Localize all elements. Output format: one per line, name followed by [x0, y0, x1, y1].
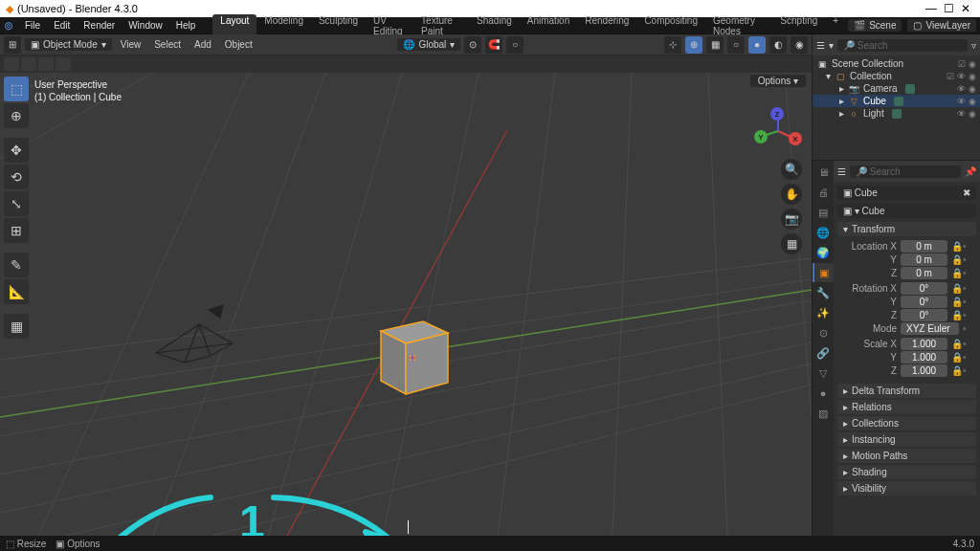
- section-visibility[interactable]: ▸Visibility: [837, 481, 976, 496]
- outliner-collection[interactable]: ▾ ▢ Collection ☑👁◉: [813, 70, 980, 82]
- rotation-mode[interactable]: XYZ Euler: [901, 322, 959, 335]
- outliner-item-cube[interactable]: ▸ ▽ Cube 👁◉: [813, 95, 980, 107]
- tool-add-cube[interactable]: ▦: [4, 314, 29, 339]
- gizmo-toggle-icon[interactable]: ⊹: [664, 36, 681, 54]
- proportional-icon[interactable]: ○: [506, 36, 523, 54]
- menu-edit[interactable]: Edit: [48, 20, 76, 31]
- proptab-object[interactable]: ▣: [813, 263, 834, 282]
- tool-measure[interactable]: 📐: [4, 279, 29, 304]
- menu-help[interactable]: Help: [170, 20, 202, 31]
- header-select[interactable]: Select: [149, 39, 186, 50]
- section-instancing[interactable]: ▸Instancing: [837, 432, 976, 447]
- nav-perspective[interactable]: ▦: [781, 233, 802, 254]
- tab-sculpting[interactable]: Sculpting: [311, 14, 366, 37]
- section-delta-transform[interactable]: ▸Delta Transform: [837, 384, 976, 398]
- nav-pan[interactable]: ✋: [781, 184, 802, 205]
- snap-icon[interactable]: 🧲: [485, 36, 502, 54]
- rot-z[interactable]: 0°: [901, 309, 947, 321]
- header-add[interactable]: Add: [189, 39, 216, 50]
- section-motion-paths[interactable]: ▸Motion Paths: [837, 449, 976, 463]
- selectability-icon-3[interactable]: [38, 57, 54, 71]
- proptab-physics[interactable]: ⊙: [813, 323, 834, 342]
- disclosure-icon[interactable]: ▸: [839, 96, 844, 106]
- tool-select-box[interactable]: ⬚: [4, 77, 29, 101]
- menu-render[interactable]: Render: [78, 20, 121, 31]
- tab-modeling[interactable]: Modeling: [256, 14, 311, 37]
- loc-y[interactable]: 0 m: [901, 253, 947, 266]
- rot-y[interactable]: 0°: [901, 296, 947, 308]
- outliner-item-light[interactable]: ▸ ○ Light 👁◉: [813, 107, 980, 120]
- xray-icon[interactable]: ▦: [706, 36, 724, 54]
- section-shading[interactable]: ▸Shading: [837, 465, 976, 479]
- shading-material-icon[interactable]: ◐: [769, 36, 787, 54]
- proptab-constraints[interactable]: 🔗: [813, 343, 834, 363]
- scale-z[interactable]: 1.000: [901, 364, 947, 377]
- navigation-gizmo[interactable]: X Y Z: [754, 107, 802, 155]
- close-button[interactable]: ✕: [957, 2, 974, 15]
- tool-transform[interactable]: ⊞: [4, 218, 29, 243]
- menu-file[interactable]: File: [19, 20, 46, 31]
- mode-selector[interactable]: ▣ Object Mode ▾: [25, 38, 112, 51]
- section-relations[interactable]: ▸Relations: [837, 400, 976, 414]
- pin-icon[interactable]: ✖: [963, 187, 970, 198]
- disclosure-icon[interactable]: ▸: [839, 83, 844, 94]
- proptab-data[interactable]: ▽: [813, 364, 834, 383]
- proptab-viewlayer[interactable]: ▤: [813, 203, 834, 222]
- tab-animation[interactable]: Animation: [520, 14, 577, 37]
- disclosure-icon[interactable]: ▾: [826, 71, 831, 81]
- selectability-icon-2[interactable]: [21, 57, 36, 71]
- tool-rotate[interactable]: ⟲: [4, 165, 29, 189]
- rot-x[interactable]: 0°: [901, 282, 947, 295]
- selectability-icon[interactable]: [4, 57, 19, 71]
- 3d-viewport[interactable]: Options ▾: [0, 73, 812, 536]
- orientation-selector[interactable]: 🌐 Global ▾: [397, 38, 460, 51]
- tab-add[interactable]: +: [825, 14, 846, 37]
- scale-y[interactable]: 1.000: [901, 351, 947, 364]
- proptab-particles[interactable]: ✨: [813, 303, 834, 322]
- shading-solid-icon[interactable]: ●: [748, 36, 766, 54]
- proptab-world[interactable]: 🌍: [813, 243, 834, 262]
- tab-texturepaint[interactable]: Texture Paint: [413, 14, 469, 37]
- props-breadcrumb[interactable]: ▣ Cube ✖: [837, 186, 976, 200]
- scale-x[interactable]: 1.000: [901, 338, 947, 350]
- proptab-modifiers[interactable]: 🔧: [813, 283, 834, 302]
- nav-zoom[interactable]: 🔍: [781, 159, 802, 180]
- header-object[interactable]: Object: [220, 39, 257, 50]
- camera-object[interactable]: [151, 300, 237, 367]
- outliner-type-icon[interactable]: ☰: [816, 40, 825, 51]
- menu-window[interactable]: Window: [122, 20, 168, 31]
- tab-uvediting[interactable]: UV Editing: [366, 14, 413, 37]
- tab-rendering[interactable]: Rendering: [577, 14, 636, 37]
- tool-cursor[interactable]: ⊕: [4, 103, 29, 128]
- tab-compositing[interactable]: Compositing: [636, 14, 705, 37]
- minimize-button[interactable]: —: [923, 2, 940, 15]
- scene-selector[interactable]: 🎬 Scene: [848, 19, 902, 32]
- header-view[interactable]: View: [116, 39, 146, 50]
- filter-icon[interactable]: ▿: [971, 40, 976, 51]
- props-type-icon[interactable]: ☰: [837, 166, 846, 177]
- shading-rendered-icon[interactable]: ◉: [791, 36, 808, 54]
- tool-annotate[interactable]: ✎: [4, 253, 29, 277]
- editor-type-icon[interactable]: ⊞: [4, 36, 21, 54]
- cube-object[interactable]: [368, 310, 457, 394]
- outliner-scene-collection[interactable]: ▣ Scene Collection ☑◉: [813, 57, 980, 70]
- shading-wireframe-icon[interactable]: ○: [727, 36, 745, 54]
- proptab-output[interactable]: 🖨: [813, 183, 834, 202]
- viewport-options[interactable]: Options ▾: [750, 75, 806, 87]
- props-search[interactable]: 🔎 Search: [850, 165, 961, 178]
- tab-scripting[interactable]: Scripting: [772, 14, 825, 37]
- props-pin-icon[interactable]: 📌: [965, 166, 976, 177]
- maximize-button[interactable]: ☐: [940, 2, 957, 15]
- loc-z[interactable]: 0 m: [901, 267, 947, 279]
- tab-shading[interactable]: Shading: [469, 14, 520, 37]
- tab-layout[interactable]: Layout: [212, 14, 256, 37]
- section-transform[interactable]: ▾ Transform: [837, 222, 976, 236]
- status-options[interactable]: ▣ Options: [56, 539, 100, 549]
- proptab-scene[interactable]: 🌐: [813, 223, 834, 242]
- proptab-material[interactable]: ●: [813, 384, 834, 403]
- nav-camera[interactable]: 📷: [781, 209, 802, 230]
- outliner-item-camera[interactable]: ▸ 📷 Camera 👁◉: [813, 82, 980, 95]
- loc-x[interactable]: 0 m: [901, 240, 947, 253]
- props-object-name[interactable]: ▣ ▾ Cube: [837, 204, 976, 218]
- viewlayer-selector[interactable]: ▢ ViewLayer: [907, 19, 976, 32]
